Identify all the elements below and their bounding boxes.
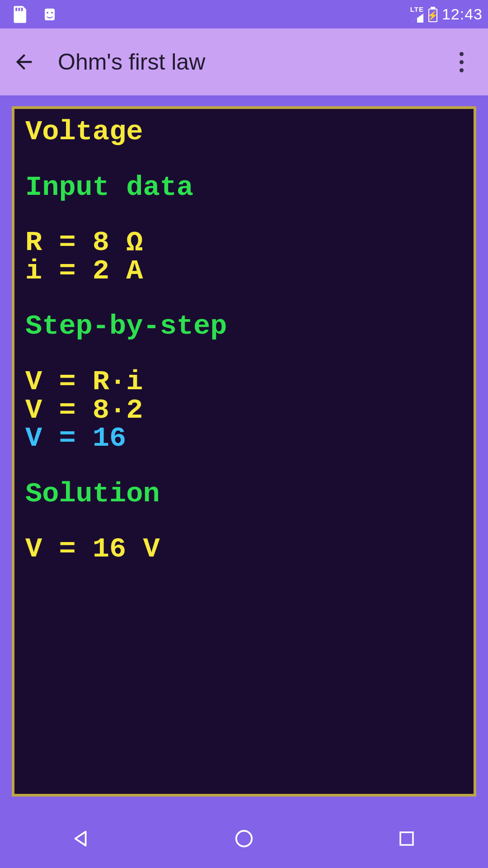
- svg-rect-2: [21, 8, 23, 11]
- calc-title: Voltage: [25, 118, 463, 146]
- status-right-group: LTE ⚡ 12:43: [410, 5, 483, 23]
- content-area: Voltage Input data R = 8 Ω i = 2 A Step-…: [0, 95, 488, 809]
- developer-icon: [42, 8, 58, 21]
- step-1: V = R·i: [25, 368, 463, 396]
- svg-point-6: [236, 831, 252, 847]
- overflow-menu-button[interactable]: [447, 48, 475, 76]
- step-2: V = 8·2: [25, 396, 463, 425]
- svg-rect-0: [15, 8, 17, 11]
- step-3: V = 16: [25, 425, 463, 453]
- input-i: i = 2 A: [25, 257, 463, 286]
- page-title: Ohm's first law: [58, 49, 427, 75]
- nav-back-button[interactable]: [59, 825, 104, 852]
- svg-point-5: [51, 12, 53, 14]
- calculation-output: Voltage Input data R = 8 Ω i = 2 A Step-…: [12, 106, 476, 797]
- back-button[interactable]: [10, 48, 38, 76]
- svg-rect-1: [19, 8, 20, 11]
- square-recents-icon: [397, 829, 416, 848]
- sd-card-icon: [13, 6, 26, 23]
- more-vert-icon: [460, 52, 464, 72]
- status-bar: LTE ⚡ 12:43: [0, 0, 488, 28]
- status-time: 12:43: [442, 5, 483, 23]
- battery-charging-icon: ⚡: [428, 7, 437, 22]
- section-input-header: Input data: [25, 174, 463, 202]
- triangle-back-icon: [71, 828, 92, 849]
- cell-signal-icon: LTE: [410, 6, 424, 23]
- section-steps-header: Step-by-step: [25, 312, 463, 341]
- system-nav-bar: [0, 809, 488, 868]
- circle-home-icon: [234, 828, 254, 849]
- solution-value: V = 16 V: [25, 535, 463, 564]
- app-bar: Ohm's first law: [0, 28, 488, 95]
- input-r: R = 8 Ω: [25, 229, 463, 257]
- lte-label: LTE: [410, 6, 424, 13]
- svg-point-4: [47, 12, 48, 14]
- status-left-group: [13, 6, 58, 23]
- nav-home-button[interactable]: [221, 825, 267, 852]
- arrow-left-icon: [12, 50, 36, 74]
- svg-rect-3: [45, 9, 55, 20]
- svg-rect-7: [400, 832, 413, 845]
- nav-recents-button[interactable]: [384, 825, 429, 852]
- section-solution-header: Solution: [25, 480, 463, 509]
